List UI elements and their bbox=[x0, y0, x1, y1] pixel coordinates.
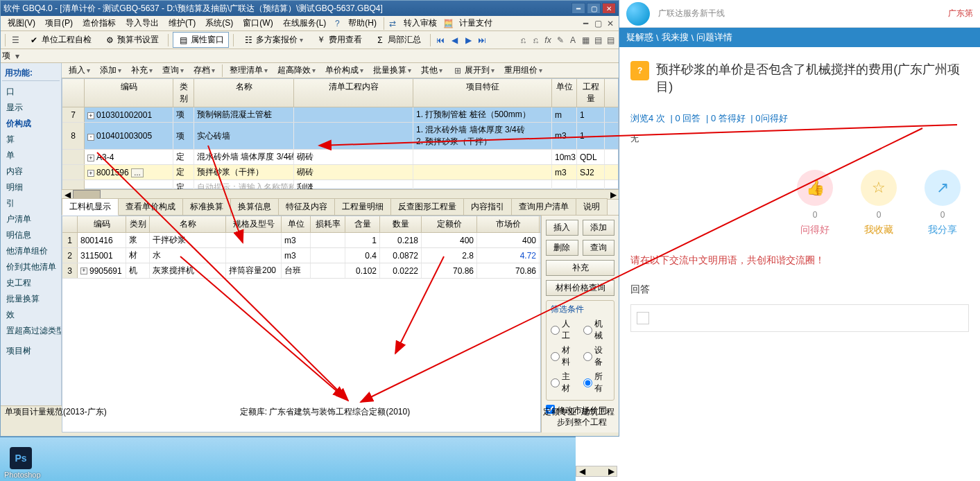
row-number[interactable] bbox=[62, 165, 85, 180]
btn-insert[interactable]: 插入 bbox=[546, 220, 578, 236]
sidebar-item[interactable]: 置超高过滤类型 bbox=[2, 323, 60, 339]
sidebar-item[interactable]: 价构成 bbox=[2, 116, 60, 132]
radio-input[interactable] bbox=[583, 352, 592, 361]
sidebar-item[interactable]: 史工程 bbox=[2, 275, 60, 291]
cell-num[interactable]: 0.218 bbox=[380, 233, 422, 247]
cell-dprice[interactable]: 2.8 bbox=[422, 248, 477, 263]
column-header[interactable]: 名称 bbox=[194, 79, 294, 107]
action-问得好[interactable]: 👍0问得好 bbox=[797, 170, 833, 236]
cell-mprice[interactable]: 400 bbox=[477, 233, 540, 247]
column-header[interactable]: 项目特征 bbox=[413, 79, 552, 107]
cell-mprice[interactable]: 70.86 bbox=[477, 263, 540, 278]
cell-cat[interactable]: 项 bbox=[173, 107, 194, 122]
tab[interactable]: 工料机显示 bbox=[62, 198, 119, 216]
cell-feature[interactable] bbox=[413, 150, 552, 164]
cell-unit[interactable]: m bbox=[552, 107, 577, 122]
filter-radio[interactable]: 主材 bbox=[551, 371, 578, 394]
filter-radio[interactable]: 设备 bbox=[583, 344, 610, 368]
cell-code[interactable]: +8001596 … bbox=[85, 165, 173, 180]
cell-code[interactable]: 3115001 bbox=[78, 248, 126, 263]
btn-delete[interactable]: 删除 bbox=[546, 240, 578, 256]
menu-cost[interactable]: 造价指标 bbox=[78, 16, 120, 30]
browser-hscroll[interactable]: ◀ ▶ bbox=[576, 466, 617, 477]
menu-online[interactable]: 在线服务(L) bbox=[279, 16, 331, 30]
wa-btn[interactable]: 添加 bbox=[96, 63, 126, 78]
cell-mprice[interactable]: 4.72 bbox=[477, 248, 540, 263]
cell-qty[interactable]: 0.4 bbox=[345, 248, 380, 263]
crumb-1[interactable]: 疑解惑 bbox=[626, 31, 653, 44]
tab[interactable]: 查询用户清单 bbox=[511, 198, 576, 215]
sidebar-item[interactable]: 显示 bbox=[2, 100, 60, 116]
column-header[interactable]: 编码 bbox=[78, 216, 126, 232]
wa-btn[interactable]: 查询 bbox=[158, 63, 188, 78]
crumb-2[interactable]: 我来搜 bbox=[662, 31, 689, 44]
region-tag[interactable]: 广东第 bbox=[948, 8, 973, 19]
cell-num[interactable]: 0.0222 bbox=[380, 263, 422, 278]
tool-a-icon[interactable]: ⎌ bbox=[517, 35, 528, 46]
image-icon[interactable] bbox=[637, 312, 649, 324]
tool-font-icon[interactable]: A bbox=[567, 35, 578, 46]
sidebar-item[interactable]: 价到其他清单 bbox=[2, 259, 60, 275]
cell-name[interactable]: 实心砖墙 bbox=[194, 123, 294, 149]
mdi-max-icon[interactable]: ▢ bbox=[592, 18, 603, 29]
menu-system[interactable]: 系统(S) bbox=[201, 16, 237, 30]
tool-table-icon[interactable]: ▦ bbox=[580, 35, 591, 46]
column-header[interactable]: 规格及型号 bbox=[226, 216, 282, 232]
scroll-right-icon[interactable]: ▶ bbox=[605, 466, 617, 476]
column-header[interactable]: 类别 bbox=[173, 79, 194, 107]
cell-code[interactable]: +A3-4 bbox=[85, 150, 173, 164]
menu-io[interactable]: 导入导出 bbox=[121, 16, 163, 30]
row-number[interactable]: 8 bbox=[62, 123, 85, 149]
cell-spec[interactable] bbox=[226, 248, 282, 263]
cell-loss[interactable] bbox=[311, 233, 345, 247]
cell-feature[interactable]: 1. 打预制管桩 桩径（500mm） bbox=[413, 107, 552, 122]
cell-content[interactable]: 砌砖 bbox=[294, 150, 413, 164]
sidebar-item[interactable]: 批量换算 bbox=[2, 291, 60, 307]
cell-qty[interactable]: 1 bbox=[577, 123, 605, 149]
column-header[interactable]: 名称 bbox=[150, 216, 226, 232]
cell-unit[interactable]: m3 bbox=[552, 123, 577, 149]
column-header[interactable]: 编码 bbox=[85, 79, 173, 107]
row-number[interactable]: 1 bbox=[62, 233, 78, 247]
column-header[interactable]: 类别 bbox=[126, 216, 150, 232]
cell-code[interactable]: -010401003005 bbox=[85, 123, 173, 149]
filter-radio[interactable]: 材料 bbox=[551, 344, 578, 368]
cell-cat[interactable]: 定 bbox=[173, 150, 194, 164]
cell-code[interactable]: 8001416 bbox=[78, 233, 126, 247]
cell-unit[interactable]: 10m3 bbox=[552, 150, 577, 164]
wa-btn[interactable]: 重用组价 bbox=[500, 63, 547, 78]
cell-cat[interactable]: 机 bbox=[126, 263, 150, 278]
crumb-3[interactable]: 问题详情 bbox=[696, 31, 732, 44]
btn-supplement[interactable]: 补充 bbox=[546, 260, 614, 276]
table-row[interactable]: 23115001材水m30.40.08722.84.72 bbox=[62, 248, 540, 263]
tree-toggle-icon[interactable]: ☰ bbox=[10, 35, 21, 46]
btn-query[interactable]: 查询 bbox=[583, 240, 615, 256]
cell-cat[interactable]: 项 bbox=[173, 123, 194, 149]
lower-grid[interactable]: 编码类别名称规格及型号单位损耗率含量数量定额价市场价 18001416浆干拌砂浆… bbox=[62, 216, 541, 432]
expander-icon[interactable]: + bbox=[87, 112, 94, 119]
column-header[interactable] bbox=[62, 79, 85, 107]
tool-cal-icon[interactable]: ▤ bbox=[592, 35, 603, 46]
cell-unit[interactable]: m3 bbox=[552, 165, 577, 180]
scroll-right-icon[interactable]: ▶ bbox=[608, 190, 619, 199]
column-header[interactable]: 单位 bbox=[282, 216, 311, 232]
column-header[interactable]: 工程量 bbox=[577, 79, 605, 107]
tab[interactable]: 查看单价构成 bbox=[118, 198, 183, 215]
cell-content[interactable]: 砌砖 bbox=[294, 165, 413, 180]
radio-input[interactable] bbox=[583, 326, 592, 335]
wa-btn[interactable]: 插入 bbox=[65, 63, 94, 78]
btn-material-price[interactable]: 材料价格查询 bbox=[546, 280, 614, 296]
wa-btn[interactable]: 存档 bbox=[189, 63, 219, 78]
wa-btn[interactable]: 其他 bbox=[417, 63, 447, 78]
tab[interactable]: 内容指引 bbox=[463, 198, 512, 215]
cell-qty[interactable]: SJ2 bbox=[577, 165, 605, 180]
cell-unit[interactable]: m3 bbox=[282, 248, 311, 263]
column-header[interactable]: 损耗率 bbox=[311, 216, 345, 232]
sidebar-item[interactable]: 明细 bbox=[2, 180, 60, 195]
cell-feature[interactable] bbox=[413, 165, 552, 180]
nav-first-icon[interactable]: ⏮ bbox=[435, 35, 446, 46]
table-row[interactable]: 7+010301002001项预制钢筋混凝土管桩1. 打预制管桩 桩径（500m… bbox=[62, 107, 618, 123]
tool-fx-icon[interactable]: fx bbox=[542, 35, 553, 46]
minimize-button[interactable]: ━ bbox=[571, 3, 585, 14]
mdi-min-icon[interactable]: ━ bbox=[580, 18, 591, 29]
